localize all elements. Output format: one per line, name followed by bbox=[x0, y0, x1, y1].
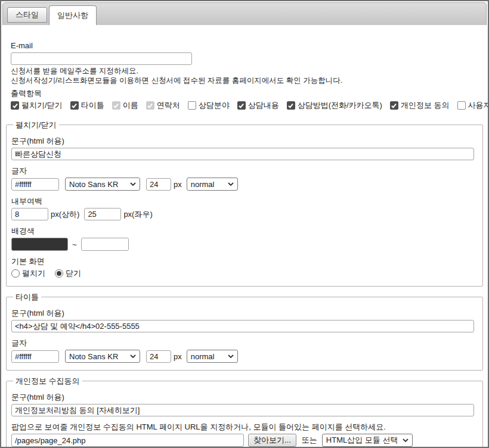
tab-bar: 스타일 일반사항 bbox=[2, 2, 487, 25]
tab-general[interactable]: 일반사항 bbox=[49, 5, 97, 25]
toggle-bg-label: 배경색 bbox=[11, 226, 474, 236]
email-label: E-mail bbox=[11, 41, 488, 51]
output-checkbox-label: 개인정보 동의 bbox=[401, 100, 450, 111]
or-label: 또는 bbox=[302, 435, 317, 446]
radio-option-expand[interactable]: 펼치기 bbox=[11, 268, 45, 279]
output-checkbox-label: 연락처 bbox=[157, 100, 180, 111]
title-font-weight-value: normal bbox=[191, 352, 215, 361]
output-items-label: 출력항목 bbox=[11, 89, 488, 98]
toggle-padding-vertical-input[interactable] bbox=[11, 208, 48, 220]
module-select-value: HTML삽입 모듈 선택 bbox=[326, 435, 398, 446]
toggle-padding-horizontal-input[interactable] bbox=[84, 208, 121, 220]
section-title-legend: 타이틀 bbox=[13, 293, 41, 301]
tab-panel-general: E-mail 신청서를 받을 메일주소를 지정하세요. 신청서작성기/리스트화면… bbox=[1, 25, 488, 448]
chevron-down-icon bbox=[130, 182, 136, 186]
privacy-text-input[interactable] bbox=[11, 404, 474, 416]
toggle-padding-horizontal-unit: px(좌우) bbox=[123, 209, 152, 220]
email-description-line2: 신청서작성기/리스트화면모듈을 이용하면 신청서에 접수된 자료를 홈페이지에서… bbox=[11, 76, 488, 85]
title-font-color-input[interactable] bbox=[11, 350, 59, 363]
output-checkbox-label: 사용자 문구 bbox=[468, 100, 489, 111]
chevron-down-icon bbox=[228, 354, 234, 358]
checkbox-icon bbox=[112, 101, 120, 110]
output-checkbox-label: 상담내용 bbox=[248, 100, 279, 111]
checkbox-icon bbox=[188, 101, 196, 110]
radio-option-close[interactable]: 닫기 bbox=[55, 268, 81, 279]
output-items-row: 펼치기/닫기타이틀이름연락처상담분야상담내용상담방법(전화/카카오톡)개인정보 … bbox=[11, 100, 488, 111]
output-checkbox-label: 상담분야 bbox=[199, 100, 230, 111]
email-input[interactable] bbox=[11, 52, 192, 65]
toggle-font-weight-value: normal bbox=[191, 180, 215, 189]
checkbox-icon bbox=[146, 101, 154, 110]
output-checkbox-label: 타이틀 bbox=[81, 100, 104, 111]
toggle-font-weight-select[interactable]: normal bbox=[187, 178, 238, 191]
output-checkbox-label: 펼치기/닫기 bbox=[21, 100, 63, 111]
title-font-weight-select[interactable]: normal bbox=[187, 350, 238, 363]
toggle-bg-from-input[interactable] bbox=[11, 238, 68, 251]
output-checkbox-method[interactable]: 상담방법(전화/카카오톡) bbox=[287, 100, 382, 111]
toggle-font-label: 글자 bbox=[11, 166, 474, 176]
title-px-unit: px bbox=[174, 352, 182, 361]
toggle-font-size-input[interactable] bbox=[146, 178, 171, 191]
module-select[interactable]: HTML삽입 모듈 선택 bbox=[322, 434, 413, 447]
radio-icon bbox=[11, 269, 20, 278]
output-checkbox-toggle[interactable]: 펼치기/닫기 bbox=[11, 100, 63, 111]
radio-option-expand-label: 펼치기 bbox=[22, 268, 45, 279]
output-checkbox-custom-text[interactable]: 사용자 문구 bbox=[457, 100, 489, 111]
output-checkbox-content[interactable]: 상담내용 bbox=[237, 100, 279, 111]
toggle-text-label: 문구(html 허용) bbox=[11, 136, 474, 146]
section-privacy-legend: 개인정보 수집동의 bbox=[13, 377, 82, 385]
toggle-padding-vertical-unit: px(상하) bbox=[51, 209, 79, 220]
toggle-font-color-input[interactable] bbox=[11, 178, 59, 191]
checkbox-icon bbox=[457, 101, 466, 110]
checkbox-icon bbox=[237, 101, 246, 110]
title-font-size-input[interactable] bbox=[146, 350, 171, 363]
toggle-font-family-value: Noto Sans KR bbox=[69, 180, 118, 189]
toggle-default-view-label: 기본 화면 bbox=[11, 257, 474, 266]
output-checkbox-label: 이름 bbox=[123, 100, 138, 111]
checkbox-icon bbox=[287, 101, 295, 110]
section-toggle-legend: 펼치기/닫기 bbox=[13, 120, 59, 129]
title-font-family-select[interactable]: Noto Sans KR bbox=[65, 350, 140, 363]
title-text-label: 문구(html 허용) bbox=[11, 309, 474, 318]
output-checkbox-privacy[interactable]: 개인정보 동의 bbox=[390, 100, 450, 111]
title-font-family-value: Noto Sans KR bbox=[69, 352, 118, 361]
privacy-text-label: 문구(html 허용) bbox=[11, 393, 474, 402]
section-toggle: 펼치기/닫기 문구(html 허용) 글자 Noto Sans KR px no… bbox=[6, 120, 483, 287]
output-checkbox-label: 상담방법(전화/카카오톡) bbox=[298, 100, 382, 111]
output-checkbox-category[interactable]: 상담분야 bbox=[188, 100, 230, 111]
privacy-url-hint: 팝업으로 보여줄 개인정보 수집동의 HTML 페이지 URL을 지정하거나, … bbox=[11, 422, 474, 432]
output-checkbox-title[interactable]: 타이틀 bbox=[70, 100, 104, 111]
toggle-px-unit: px bbox=[174, 180, 182, 189]
tab-style[interactable]: 스타일 bbox=[7, 7, 47, 23]
checkbox-icon bbox=[11, 101, 19, 110]
browse-button[interactable]: 찾아보기... bbox=[248, 434, 296, 447]
tilde-separator: ~ bbox=[72, 240, 77, 249]
title-font-label: 글자 bbox=[11, 338, 474, 348]
toggle-bg-to-input[interactable] bbox=[81, 238, 129, 251]
output-checkbox-contact[interactable]: 연락처 bbox=[146, 100, 180, 111]
radio-icon bbox=[55, 269, 63, 278]
chevron-down-icon bbox=[130, 354, 136, 358]
radio-option-close-label: 닫기 bbox=[66, 268, 81, 279]
title-text-input[interactable] bbox=[11, 320, 474, 332]
checkbox-icon bbox=[390, 101, 398, 110]
chevron-down-icon bbox=[403, 438, 408, 442]
toggle-font-family-select[interactable]: Noto Sans KR bbox=[65, 178, 140, 191]
privacy-url-input[interactable] bbox=[11, 434, 244, 447]
settings-panel: 스타일 일반사항 E-mail 신청서를 받을 메일주소를 지정하세요. 신청서… bbox=[0, 0, 489, 448]
section-title: 타이틀 문구(html 허용) 글자 Noto Sans KR px norma… bbox=[6, 293, 483, 371]
chevron-down-icon bbox=[228, 182, 234, 186]
toggle-padding-label: 내부여백 bbox=[11, 197, 474, 206]
toggle-text-input[interactable] bbox=[11, 148, 474, 160]
email-description-line1: 신청서를 받을 메일주소를 지정하세요. bbox=[11, 66, 488, 76]
output-checkbox-name[interactable]: 이름 bbox=[112, 100, 138, 111]
section-privacy: 개인정보 수집동의 문구(html 허용) 팝업으로 보여줄 개인정보 수집동의… bbox=[6, 377, 483, 448]
checkbox-icon bbox=[70, 101, 79, 110]
